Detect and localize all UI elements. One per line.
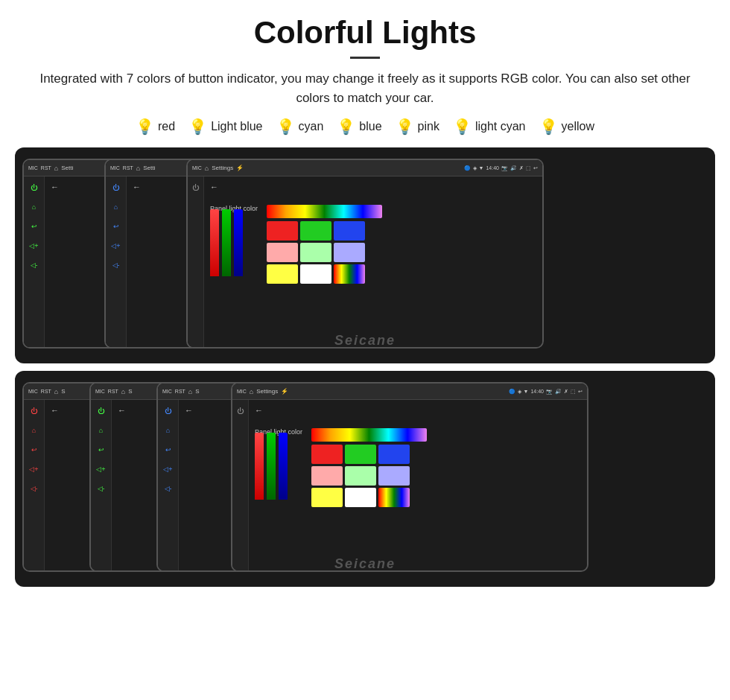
bottom-screen-group: MIC RST ⌂ S ⏻ ⌂ ↩ ◁+ ◁-: [15, 371, 715, 587]
color-pink: 💡 pink: [396, 118, 439, 136]
cyan-bulb-icon: 💡: [276, 118, 295, 136]
page-title: Colorful Lights: [254, 15, 477, 51]
color-pink-label: pink: [418, 120, 439, 133]
top-screen-3: MIC ⌂ Settings ⚡ 🔵◈▼14:40 📷🔊✗⬚↩ ⏻: [186, 159, 544, 349]
pink-bulb-icon: 💡: [396, 118, 414, 136]
bottom-stacked-screens: MIC RST ⌂ S ⏻ ⌂ ↩ ◁+ ◁-: [15, 371, 715, 587]
color-blue: 💡 blue: [337, 118, 381, 136]
blue-bulb-icon: 💡: [337, 118, 355, 136]
color-lightblue: 💡 Light blue: [188, 118, 262, 136]
color-cyan-label: cyan: [299, 120, 324, 133]
top-screen-group: MIC RST ⌂ Setti ⏻ ⌂ ↩ ◁+ ◁-: [15, 147, 715, 363]
page-container: Colorful Lights Integrated with 7 colors…: [0, 0, 730, 700]
color-lightblue-label: Light blue: [211, 120, 262, 133]
top-stacked-screens: MIC RST ⌂ Setti ⏻ ⌂ ↩ ◁+ ◁-: [15, 147, 715, 363]
color-row: 💡 red 💡 Light blue 💡 cyan 💡 blue 💡 pink …: [136, 118, 594, 136]
title-divider: [350, 57, 380, 59]
color-lightcyan-label: light cyan: [475, 120, 526, 133]
lightcyan-bulb-icon: 💡: [453, 118, 472, 136]
lightblue-bulb-icon: 💡: [188, 118, 207, 136]
subtitle-text: Integrated with 7 colors of button indic…: [30, 69, 700, 107]
color-yellow: 💡 yellow: [539, 118, 594, 136]
screens-section: MIC RST ⌂ Setti ⏻ ⌂ ↩ ◁+ ◁-: [15, 147, 715, 587]
color-yellow-label: yellow: [562, 120, 594, 133]
color-blue-label: blue: [359, 120, 381, 133]
color-cyan: 💡 cyan: [276, 118, 324, 136]
color-red: 💡 red: [136, 118, 175, 136]
bottom-screen-4: MIC ⌂ Settings ⚡ 🔵◈▼14:40 📷🔊✗⬚↩ ⏻: [231, 382, 588, 572]
red-bulb-icon: 💡: [136, 118, 154, 136]
yellow-bulb-icon: 💡: [539, 118, 558, 136]
color-lightcyan: 💡 light cyan: [453, 118, 526, 136]
color-red-label: red: [158, 120, 175, 133]
